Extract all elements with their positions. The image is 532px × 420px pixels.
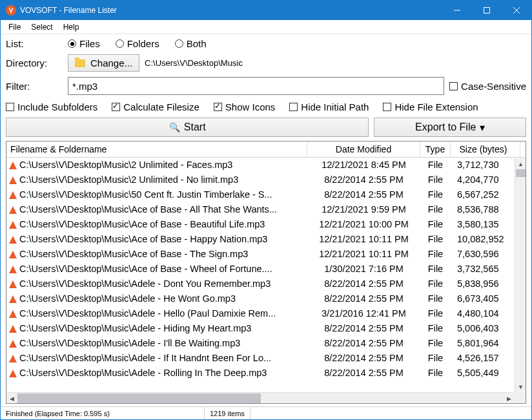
- checkbox-icon: [383, 103, 391, 111]
- radio-dot-icon: [116, 39, 124, 48]
- cell-date: 12/21/2021 8:45 PM: [307, 158, 420, 173]
- cell-filename: C:\Users\V\Desktop\Music\Adele - He Wont…: [19, 291, 236, 306]
- vlc-file-icon: [9, 310, 17, 318]
- file-list: Filename & Foldername Date Modified Type…: [6, 141, 526, 404]
- checkbox-icon: [6, 103, 14, 111]
- cell-filename: C:\Users\V\Desktop\Music\50 Cent ft. Jus…: [19, 187, 272, 202]
- vlc-file-icon: [9, 162, 17, 169]
- vlc-file-icon: [9, 206, 17, 214]
- cell-type: File: [420, 187, 451, 202]
- vlc-file-icon: [9, 221, 17, 229]
- case-sensitive-checkbox[interactable]: Case-Sensitive: [449, 81, 526, 92]
- radio-both[interactable]: Both: [175, 38, 207, 49]
- include-subfolders-checkbox[interactable]: Include Subfolders: [6, 101, 97, 112]
- scrollbar-corner: [515, 392, 526, 403]
- show-icons-checkbox[interactable]: Show Icons: [214, 101, 276, 112]
- cell-size: 6,567,252: [451, 187, 520, 202]
- column-header-type[interactable]: Type: [420, 142, 451, 157]
- hide-file-extension-checkbox[interactable]: Hide File Extension: [383, 101, 478, 112]
- cell-date: 8/22/2014 2:55 PM: [307, 291, 420, 306]
- radio-both-label: Both: [187, 38, 207, 49]
- table-row[interactable]: C:\Users\V\Desktop\Music\Adele - He Wont…: [6, 291, 526, 306]
- scroll-thumb-v[interactable]: [516, 169, 526, 177]
- table-row[interactable]: C:\Users\V\Desktop\Music\2 Unlimited - N…: [6, 173, 526, 187]
- toolbar: List: Files Folders Both Directory: Chan…: [1, 34, 531, 118]
- scroll-left-arrow-icon[interactable]: ◀: [6, 393, 17, 404]
- cell-type: File: [420, 173, 451, 187]
- menu-help[interactable]: Help: [58, 21, 85, 33]
- filter-input[interactable]: [68, 77, 444, 95]
- checkbox-icon: [214, 103, 222, 111]
- cell-size: 4,204,770: [451, 173, 520, 187]
- table-row[interactable]: C:\Users\V\Desktop\Music\Adele - Rolling…: [6, 366, 526, 381]
- calculate-filesize-checkbox[interactable]: Calculate Filesize: [112, 101, 200, 112]
- hide-file-extension-label: Hide File Extension: [394, 101, 478, 112]
- cell-filename: C:\Users\V\Desktop\Music\Ace of Base - W…: [19, 262, 272, 277]
- magnifier-icon: 🔍: [169, 122, 180, 132]
- export-button-label: Export to File: [415, 121, 476, 133]
- start-button[interactable]: 🔍 Start: [6, 118, 369, 137]
- cell-date: 8/22/2014 2:55 PM: [307, 366, 420, 381]
- table-row[interactable]: C:\Users\V\Desktop\Music\Ace of Base - W…: [6, 262, 526, 277]
- table-row[interactable]: C:\Users\V\Desktop\Music\Adele - I'll Be…: [6, 336, 526, 351]
- table-row[interactable]: C:\Users\V\Desktop\Music\Ace of Base - H…: [6, 232, 526, 247]
- vertical-scrollbar[interactable]: ▲ ▼: [515, 158, 526, 392]
- scroll-right-arrow-icon[interactable]: ▶: [504, 393, 515, 404]
- column-header-date[interactable]: Date Modified: [307, 142, 420, 157]
- table-row[interactable]: C:\Users\V\Desktop\Music\Adele - Dont Yo…: [6, 277, 526, 291]
- table-row[interactable]: C:\Users\V\Desktop\Music\50 Cent ft. Jus…: [6, 187, 526, 202]
- action-button-row: 🔍 Start Export to File ▾: [1, 118, 531, 141]
- vlc-file-icon: [9, 340, 17, 348]
- cell-size: 4,526,157: [451, 351, 520, 366]
- minimize-button[interactable]: [442, 1, 472, 20]
- scroll-down-arrow-icon[interactable]: ▼: [515, 381, 526, 392]
- vlc-file-icon: [9, 295, 17, 303]
- app-icon: V: [6, 5, 16, 16]
- cell-size: 5,801,964: [451, 336, 520, 351]
- close-button[interactable]: [502, 1, 531, 20]
- column-header-size[interactable]: Size (bytes): [451, 142, 520, 157]
- cell-type: File: [420, 336, 451, 351]
- cell-filename: C:\Users\V\Desktop\Music\Ace of Base - A…: [19, 202, 277, 217]
- cell-filename: C:\Users\V\Desktop\Music\2 Unlimited - N…: [19, 173, 238, 187]
- column-header-filename[interactable]: Filename & Foldername: [6, 142, 307, 157]
- table-row[interactable]: C:\Users\V\Desktop\Music\Ace of Base - B…: [6, 217, 526, 232]
- cell-filename: C:\Users\V\Desktop\Music\Adele - If It H…: [19, 351, 271, 366]
- vlc-file-icon: [9, 370, 17, 377]
- scroll-up-arrow-icon[interactable]: ▲: [515, 158, 526, 169]
- table-row[interactable]: C:\Users\V\Desktop\Music\Adele - Hello (…: [6, 306, 526, 321]
- table-row[interactable]: C:\Users\V\Desktop\Music\2 Unlimited - F…: [6, 158, 526, 173]
- cell-date: 3/21/2016 12:41 PM: [307, 306, 420, 321]
- cell-filename: C:\Users\V\Desktop\Music\Adele - Rolling…: [19, 366, 267, 381]
- menu-select[interactable]: Select: [26, 21, 57, 33]
- change-directory-button[interactable]: Change...: [68, 54, 139, 72]
- cell-size: 3,712,730: [451, 158, 520, 173]
- menu-file[interactable]: File: [3, 21, 26, 33]
- checkbox-icon: [289, 103, 298, 111]
- hide-initial-path-checkbox[interactable]: Hide Initial Path: [289, 101, 369, 112]
- scroll-thumb-h[interactable]: [17, 394, 261, 403]
- status-item-count: 1219 items: [205, 407, 251, 419]
- cell-date: 8/22/2014 2:55 PM: [307, 187, 420, 202]
- horizontal-scrollbar[interactable]: ◀ ▶: [6, 392, 515, 403]
- radio-files[interactable]: Files: [68, 38, 100, 49]
- table-row[interactable]: C:\Users\V\Desktop\Music\Ace of Base - T…: [6, 247, 526, 262]
- vlc-file-icon: [9, 266, 17, 273]
- checkbox-icon: [449, 82, 458, 90]
- cell-date: 8/22/2014 2:55 PM: [307, 351, 420, 366]
- cell-type: File: [420, 217, 451, 232]
- cell-type: File: [420, 277, 451, 291]
- cell-date: 8/22/2014 2:55 PM: [307, 173, 420, 187]
- maximize-button[interactable]: [472, 1, 502, 20]
- cell-filename: C:\Users\V\Desktop\Music\Ace of Base - H…: [19, 232, 267, 247]
- table-row[interactable]: C:\Users\V\Desktop\Music\Adele - Hiding …: [6, 321, 526, 336]
- cell-size: 3,580,135: [451, 217, 520, 232]
- cell-size: 4,480,104: [451, 306, 520, 321]
- table-row[interactable]: C:\Users\V\Desktop\Music\Ace of Base - A…: [6, 202, 526, 217]
- dropdown-arrow-icon: ▾: [480, 121, 485, 134]
- export-button[interactable]: Export to File ▾: [374, 118, 526, 137]
- list-body[interactable]: C:\Users\V\Desktop\Music\2 Unlimited - F…: [6, 158, 526, 403]
- table-row[interactable]: C:\Users\V\Desktop\Music\Adele - If It H…: [6, 351, 526, 366]
- cell-date: 12/21/2021 9:59 PM: [307, 202, 420, 217]
- radio-folders[interactable]: Folders: [116, 38, 159, 49]
